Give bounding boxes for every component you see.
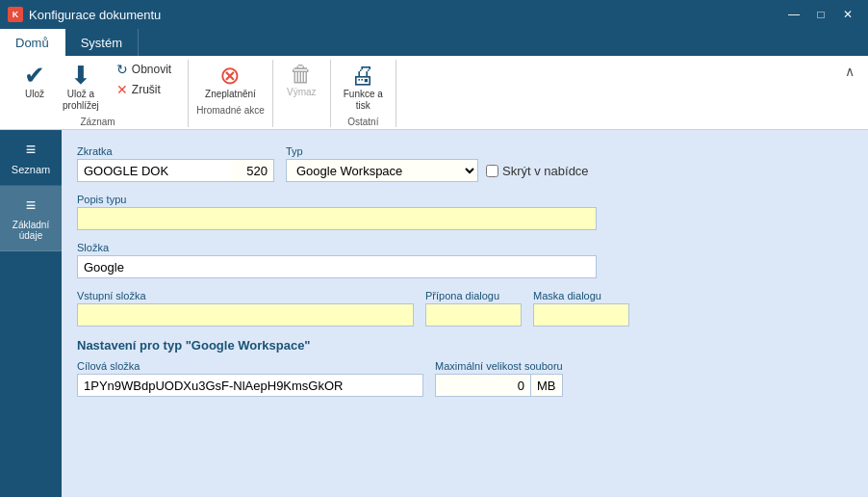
- ribbon-group-hromadne: ⊗ Zneplatnění Hromadné akce: [189, 60, 273, 127]
- ribbon: ✔ Ulož ⬇ Ulož aprohlížej ↻ Obnovit ✕ Zru…: [0, 56, 868, 130]
- form-group-pripona: Přípona dialogu: [425, 290, 522, 327]
- refresh-icon: ↻: [116, 62, 128, 77]
- print-icon: 🖨: [350, 63, 375, 88]
- form-group-typ: Typ Google Workspace Skrýt v nabídce: [286, 145, 589, 182]
- ribbon-group-ostatni: 🖨 Funkce atisk Ostatní: [331, 60, 396, 127]
- app-icon: K: [8, 7, 23, 22]
- sidebar: ≡ Seznam ≡ Základníúdaje: [0, 130, 62, 497]
- slozka-input[interactable]: [77, 255, 597, 278]
- zkratka-input-wrapper: [77, 159, 274, 182]
- typ-select[interactable]: Google Workspace: [286, 159, 478, 182]
- download-icon: ⬇: [70, 63, 91, 88]
- maxvelkost-label: Maximální velikost souboru: [435, 360, 563, 372]
- form-group-cilova: Cílová složka: [77, 360, 423, 397]
- title-bar-left: K Konfigurace dokumentu: [8, 7, 161, 22]
- type-select-wrapper: Google Workspace Skrýt v nabídce: [286, 159, 589, 182]
- sidebar-zakladni-label: Základníúdaje: [13, 220, 49, 241]
- ribbon-small-group: ↻ Obnovit ✕ Zrušit: [108, 60, 180, 99]
- form-group-maxvelkost: Maximální velikost souboru MB: [435, 360, 563, 397]
- zneplatneni-label: Zneplatnění: [205, 89, 256, 100]
- form-group-popis: Popis typu: [77, 194, 853, 230]
- sidebar-item-zakladni-udaje[interactable]: ≡ Základníúdaje: [0, 186, 62, 251]
- maska-label: Maska dialogu: [533, 290, 629, 301]
- x-icon: ✕: [116, 82, 128, 97]
- ribbon-collapse-button[interactable]: ∧: [839, 60, 860, 83]
- tab-system[interactable]: Systém: [65, 29, 139, 56]
- vymaz-label: Výmaz: [287, 87, 317, 98]
- ribbon-group-vymaz: 🗑 Výmaz: [273, 60, 331, 127]
- main-area: ≡ Seznam ≡ Základníúdaje Zkratka Typ: [0, 130, 868, 497]
- zrusit-button[interactable]: ✕ Zrušit: [112, 80, 176, 99]
- title-bar-controls: — □ ✕: [781, 5, 860, 24]
- typ-label: Typ: [286, 145, 589, 157]
- popis-label: Popis typu: [77, 194, 853, 205]
- data-icon: ≡: [26, 196, 37, 216]
- skryt-label: Skrýt v nabídce: [502, 164, 589, 178]
- ostatni-group-label: Ostatní: [347, 117, 378, 127]
- list-icon: ≡: [26, 140, 37, 160]
- form-row-vstupni: Vstupní složka Přípona dialogu Maska dia…: [77, 290, 853, 327]
- vymaz-button[interactable]: 🗑 Výmaz: [282, 60, 321, 101]
- mb-unit: MB: [531, 374, 563, 397]
- tab-domu[interactable]: Domů: [0, 29, 65, 56]
- maxvelkost-input[interactable]: [435, 374, 531, 397]
- form-row-zkratka-typ: Zkratka Typ Google Workspace Skrýt v nab…: [77, 145, 853, 182]
- zrusit-label: Zrušit: [132, 83, 161, 96]
- sidebar-item-seznam[interactable]: ≡ Seznam: [0, 130, 62, 186]
- window-title: Konfigurace dokumentu: [29, 8, 161, 22]
- obnovit-button[interactable]: ↻ Obnovit: [112, 60, 176, 79]
- content-panel: Zkratka Typ Google Workspace Skrýt v nab…: [62, 130, 868, 497]
- maska-input[interactable]: [533, 303, 629, 327]
- ribbon-group-items-hromadne: ⊗ Zneplatnění: [200, 60, 261, 103]
- obnovit-label: Obnovit: [132, 63, 171, 76]
- pripona-input[interactable]: [425, 303, 522, 327]
- uloz-prohliZej-label: Ulož aprohlížej: [63, 89, 99, 112]
- tab-bar: Domů Systém: [0, 29, 868, 56]
- ribbon-group-items-ostatni: 🖨 Funkce atisk: [339, 60, 388, 115]
- section-title: Nastavení pro typ "Google Workspace": [77, 338, 853, 353]
- zneplatneni-button[interactable]: ⊗ Zneplatnění: [200, 60, 261, 103]
- skryt-checkbox[interactable]: [486, 165, 498, 177]
- ribbon-group-zaznam: ✔ Ulož ⬇ Ulož aprohlížej ↻ Obnovit ✕ Zru…: [8, 60, 189, 127]
- funkce-tisk-label: Funkce atisk: [344, 89, 383, 112]
- trash-icon: 🗑: [290, 63, 313, 86]
- vstupni-label: Vstupní složka: [77, 290, 414, 301]
- maximize-button[interactable]: □: [808, 5, 833, 24]
- form-row-slozka: Složka: [77, 242, 853, 278]
- vymaz-group-label: [300, 103, 303, 114]
- title-bar: K Konfigurace dokumentu — □ ✕: [0, 0, 868, 29]
- funkce-tisk-button[interactable]: 🖨 Funkce atisk: [339, 60, 388, 115]
- pripona-label: Přípona dialogu: [425, 290, 522, 301]
- uloz-label: Ulož: [25, 89, 44, 100]
- sidebar-seznam-label: Seznam: [12, 164, 50, 175]
- zkratka-label: Zkratka: [77, 145, 274, 157]
- cilova-label: Cílová složka: [77, 360, 423, 372]
- vstupni-input[interactable]: [77, 303, 414, 327]
- cilova-input[interactable]: [77, 374, 423, 397]
- popis-input[interactable]: [77, 207, 597, 230]
- form-group-maska: Maska dialogu: [533, 290, 629, 327]
- file-size-wrapper: MB: [435, 374, 563, 397]
- form-row-popis: Popis typu: [77, 194, 853, 230]
- form-group-vstupni: Vstupní složka: [77, 290, 414, 327]
- zaznam-group-label: Záznam: [81, 117, 115, 127]
- uloz-prohliZej-button[interactable]: ⬇ Ulož aprohlížej: [58, 60, 104, 115]
- zkratka-num-input[interactable]: [231, 159, 274, 182]
- minimize-button[interactable]: —: [781, 5, 806, 24]
- skryt-checkbox-wrapper: Skrýt v nabídce: [486, 164, 589, 178]
- ribbon-group-items-zaznam: ✔ Ulož ⬇ Ulož aprohlížej ↻ Obnovit ✕ Zru…: [15, 60, 180, 115]
- cancel-icon: ⊗: [219, 63, 241, 88]
- form-row-cilova: Cílová složka Maximální velikost souboru…: [77, 360, 853, 397]
- form-group-zkratka: Zkratka: [77, 145, 274, 182]
- form-group-slozka: Složka: [77, 242, 853, 278]
- ribbon-group-items-vymaz: 🗑 Výmaz: [282, 60, 321, 101]
- slozka-label: Složka: [77, 242, 853, 253]
- uloz-button[interactable]: ✔ Ulož: [15, 60, 54, 103]
- close-button[interactable]: ✕: [835, 5, 860, 24]
- zkratka-input[interactable]: [77, 159, 231, 182]
- checkmark-icon: ✔: [24, 63, 45, 88]
- hromadne-group-label: Hromadné akce: [196, 105, 265, 116]
